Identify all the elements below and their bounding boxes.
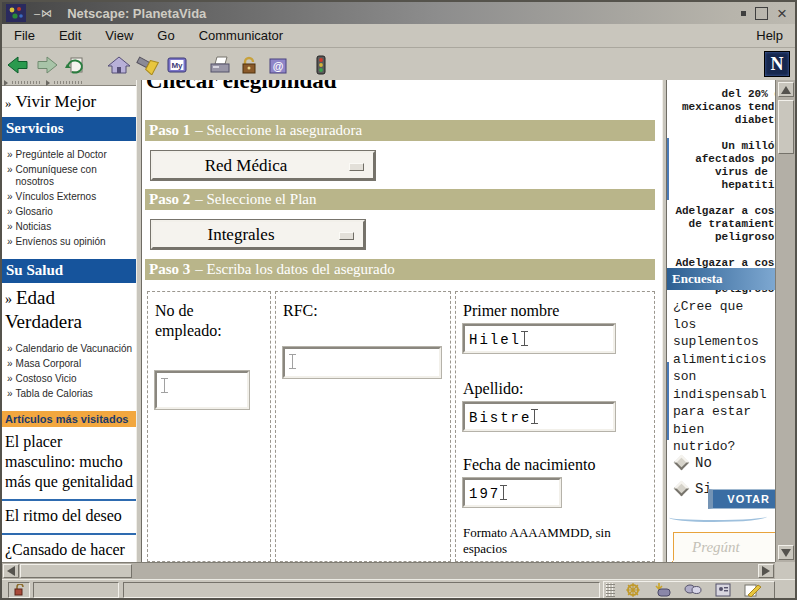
sidebar-item-costoso-vicio[interactable]: »Costoso Vicio bbox=[7, 373, 134, 385]
vertical-scrollbar[interactable] bbox=[775, 80, 795, 562]
main-content-frame: Checar elegibilidad Paso 1– Seleccione l… bbox=[142, 80, 662, 562]
window-pin-icon[interactable]: ‒⋈ bbox=[34, 7, 53, 20]
sidebar-item-glosario[interactable]: »Glosario bbox=[7, 206, 134, 218]
sidebar-item-masa-corporal[interactable]: »Masa Corporal bbox=[7, 358, 134, 370]
netscape-logo[interactable]: N bbox=[764, 51, 790, 77]
sidebar-item-vivir-mejor[interactable]: »Vivir Mejor bbox=[2, 86, 136, 117]
bullet-icon: » bbox=[5, 95, 12, 110]
radio-diamond-icon[interactable] bbox=[674, 481, 690, 497]
sidebar-item-noticias[interactable]: »Noticias bbox=[7, 221, 134, 233]
article-link-3[interactable]: ¿Cansado de hacer siempre lo mismo con s… bbox=[2, 533, 136, 562]
news-list: del 20% d mexicanos tendr diabete Un mil… bbox=[667, 80, 777, 296]
scroll-left-button[interactable] bbox=[3, 564, 19, 578]
composer-icon[interactable] bbox=[738, 582, 768, 598]
back-icon[interactable] bbox=[4, 52, 31, 78]
su-salud-links: »Calendario de Vacunación »Masa Corporal… bbox=[2, 335, 136, 411]
blue-divider bbox=[667, 362, 669, 440]
search-icon[interactable] bbox=[134, 52, 161, 78]
home-icon[interactable] bbox=[105, 52, 132, 78]
dropdown-indicator-icon bbox=[339, 232, 354, 240]
my-netscape-icon[interactable]: My bbox=[163, 52, 190, 78]
votar-button[interactable]: VOTAR bbox=[708, 489, 777, 509]
aseguradora-dropdown[interactable]: Red Médica bbox=[151, 151, 375, 180]
step2-bar: Paso 2– Seleccione el Plan bbox=[145, 189, 655, 210]
forward-icon[interactable] bbox=[33, 52, 60, 78]
security-icon[interactable] bbox=[235, 52, 262, 78]
sidebar-item-tabla-calorias[interactable]: »Tabla de Calorias bbox=[7, 388, 134, 400]
survey-header: Encuesta bbox=[667, 268, 777, 290]
text-caret-icon bbox=[531, 409, 538, 424]
menu-view[interactable]: View bbox=[93, 26, 145, 45]
form-col-empleado: No de empleado: bbox=[147, 291, 271, 562]
menu-edit[interactable]: Edit bbox=[47, 26, 93, 45]
empleado-label: No de empleado: bbox=[155, 301, 263, 341]
servicios-links: »Pregúntele al Doctor »Comuníquese con n… bbox=[2, 141, 136, 259]
vertical-scroll-thumb[interactable] bbox=[778, 100, 794, 154]
netscape-app-icon bbox=[6, 4, 26, 22]
address-book-icon[interactable] bbox=[708, 582, 738, 598]
horizontal-scroll-thumb[interactable] bbox=[20, 564, 132, 578]
article-link-2[interactable]: El ritmo del deseo bbox=[2, 499, 136, 533]
sidebar-header-servicios: Servicios bbox=[2, 117, 136, 141]
scroll-up-button[interactable] bbox=[778, 82, 794, 97]
netscape-window: ‒⋈ Netscape: PlanetaVida × File Edit Vie… bbox=[0, 0, 797, 600]
reload-icon[interactable] bbox=[62, 52, 89, 78]
right-sidebar-frame: del 20% d mexicanos tendr diabete Un mil… bbox=[667, 80, 777, 562]
menu-help[interactable]: Help bbox=[744, 26, 795, 45]
security-status-button[interactable] bbox=[8, 582, 30, 598]
dropdown-indicator-icon bbox=[349, 163, 364, 171]
survey-option-no[interactable]: No bbox=[673, 454, 712, 471]
decorative-arc bbox=[669, 512, 767, 522]
sidebar-item-vinculos[interactable]: »Vínculos Externos bbox=[7, 191, 134, 203]
empleado-input[interactable] bbox=[155, 371, 249, 409]
mailbox-icon[interactable] bbox=[648, 582, 678, 598]
rfc-input[interactable] bbox=[283, 347, 441, 378]
fecha-input[interactable]: 197 bbox=[463, 478, 561, 507]
horizontal-scrollbar[interactable] bbox=[2, 562, 775, 579]
form-columns: No de empleado: RFC: Primer nombre Hilel… bbox=[147, 291, 655, 562]
scroll-down-button[interactable] bbox=[778, 545, 794, 560]
radio-diamond-icon[interactable] bbox=[674, 455, 690, 471]
rfc-label: RFC: bbox=[283, 301, 443, 321]
sidebar-header-su-salud: Su Salud bbox=[2, 259, 136, 283]
plan-dropdown[interactable]: Integrales bbox=[151, 220, 365, 249]
print-icon[interactable] bbox=[206, 52, 233, 78]
news-headline-1[interactable]: del 20% d mexicanos tendr diabete bbox=[667, 88, 777, 127]
sidebar-item-edad-verdadera[interactable]: »Edad Verdadera bbox=[2, 283, 136, 335]
news-headline-2[interactable]: Un millón afectados por virus de l hepat… bbox=[667, 140, 777, 192]
window-title: Netscape: PlanetaVida bbox=[67, 6, 206, 21]
survey-option-si[interactable]: Si bbox=[673, 480, 712, 497]
news-headline-3[interactable]: Adelgazar a cost de tratamiento peligros… bbox=[667, 205, 777, 244]
close-button[interactable]: × bbox=[777, 7, 787, 20]
stop-icon[interactable] bbox=[307, 52, 334, 78]
browser-content: »Vivir Mejor Servicios »Pregúntele al Do… bbox=[2, 80, 795, 579]
survey-question: ¿Cree que los suplementos alimenticios s… bbox=[673, 298, 767, 456]
discussions-icon[interactable] bbox=[678, 582, 708, 598]
text-caret-icon bbox=[161, 378, 168, 393]
maximize-button[interactable] bbox=[755, 7, 768, 20]
sidebar-item-envienos[interactable]: »Envíenos su opinión bbox=[7, 236, 134, 248]
status-progress-box bbox=[33, 582, 119, 598]
text-caret-icon bbox=[289, 354, 296, 369]
text-caret-icon bbox=[521, 331, 528, 346]
sidebar-item-calendario[interactable]: »Calendario de Vacunación bbox=[7, 343, 134, 355]
component-bar-grip[interactable] bbox=[606, 583, 615, 597]
shop-icon[interactable]: @ bbox=[264, 52, 291, 78]
form-col-datos: Primer nombre Hilel Apellido: Bistre Fec… bbox=[455, 291, 655, 562]
navigator-icon[interactable] bbox=[618, 582, 648, 598]
doctor-card[interactable]: Pregúnt bbox=[673, 532, 776, 562]
nombre-label: Primer nombre bbox=[463, 301, 647, 321]
sidebar-item-comuniquese[interactable]: »Comuníquese con nosotros bbox=[7, 164, 134, 188]
titlebar[interactable]: ‒⋈ Netscape: PlanetaVida × bbox=[2, 2, 795, 24]
scroll-right-button[interactable] bbox=[758, 564, 774, 578]
apellido-label: Apellido: bbox=[463, 379, 647, 399]
apellido-input[interactable]: Bistre bbox=[463, 402, 615, 431]
sidebar-item-preguntele[interactable]: »Pregúntele al Doctor bbox=[7, 149, 134, 161]
menu-communicator[interactable]: Communicator bbox=[187, 26, 296, 45]
minimize-button[interactable] bbox=[741, 11, 746, 16]
menu-file[interactable]: File bbox=[2, 26, 47, 45]
nombre-input[interactable]: Hilel bbox=[463, 324, 615, 353]
article-link-1[interactable]: El placer masculino: mucho más que genit… bbox=[2, 427, 136, 499]
toolbar: My @ N bbox=[2, 49, 795, 80]
menu-go[interactable]: Go bbox=[145, 26, 186, 45]
